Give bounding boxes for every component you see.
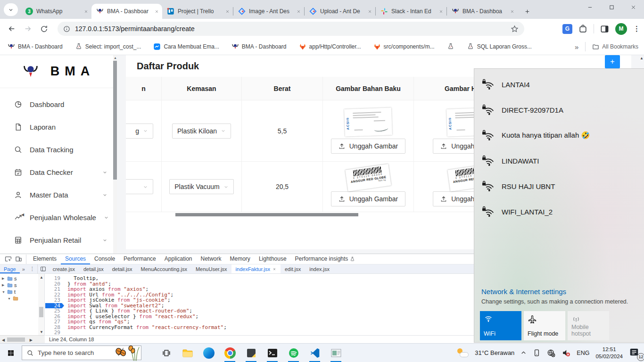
file-tab-edit.jsx[interactable]: edit.jsx xyxy=(281,264,305,273)
devtools-tab-lighthouse[interactable]: Lighthouse xyxy=(255,254,291,264)
line-number[interactable]: 23 xyxy=(45,297,64,303)
unggah-gambar-button[interactable]: Unggah Gambar xyxy=(331,191,406,206)
taskbar-search-input[interactable]: Type here to search xyxy=(22,346,141,360)
taskbar-app-cmd[interactable] xyxy=(262,344,283,362)
notification-center-button[interactable]: 12 xyxy=(629,347,641,359)
file-tab-create.jsx[interactable]: create.jsx xyxy=(49,264,79,273)
line-number[interactable]: 29 xyxy=(45,330,64,335)
bookmark-item[interactable]: Cara Membuat Ema... xyxy=(153,43,219,50)
new-tab-button[interactable] xyxy=(520,5,534,18)
volume-muted-icon[interactable] xyxy=(561,348,570,357)
language-indicator[interactable]: ENG xyxy=(577,350,589,356)
unggah-gambar-button[interactable]: Unggah Gambar xyxy=(331,139,406,154)
wifi-network-item[interactable]: LANTAI4 xyxy=(474,72,644,97)
devtools-tab-performance-insights[interactable]: Performance insights xyxy=(291,254,360,264)
sidebar-item-data-checker[interactable]: Data Checker xyxy=(0,161,117,183)
url-text[interactable]: 127.0.0.1:5173/permintaanbarang/create xyxy=(75,25,506,33)
weather-icon[interactable] xyxy=(457,348,469,357)
phone-link-icon[interactable] xyxy=(533,349,541,357)
menu-kebab-icon[interactable]: ⋮ xyxy=(633,25,640,33)
tree-collapsed-icon[interactable]: ▶ xyxy=(2,283,6,287)
line-number[interactable]: 21 xyxy=(45,287,64,292)
quick-action-flight-mode[interactable]: Flight mode xyxy=(524,311,565,340)
tab-close-icon[interactable] xyxy=(155,9,159,14)
line-number-highlighted[interactable]: 24 xyxy=(45,303,64,309)
taskbar-app-spotify[interactable] xyxy=(283,344,304,362)
clock[interactable]: 12:5105/02/2024 xyxy=(595,346,623,360)
clipboard-icon[interactable] xyxy=(578,25,587,33)
restore-button[interactable] xyxy=(601,0,622,14)
scroll-down-icon[interactable]: ▼ xyxy=(40,330,43,334)
file-tab-index.jsx[interactable]: index.jsx xyxy=(305,264,334,273)
tab-close-icon[interactable] xyxy=(297,9,301,14)
browser-tab[interactable]: Upload - Ant De xyxy=(305,4,375,19)
translate-icon[interactable]: G xyxy=(562,24,572,34)
bookmark-item[interactable]: app/Http/Controller... xyxy=(299,43,361,50)
quick-action-wifi[interactable]: WiFi xyxy=(480,311,521,340)
more-bookmarks-icon[interactable]: » xyxy=(575,43,578,51)
address-bar[interactable]: 127.0.0.1:5173/permintaanbarang/create xyxy=(58,22,524,36)
taskbar-app-vscode[interactable] xyxy=(304,344,325,362)
file-tab-close-icon[interactable] xyxy=(272,267,276,271)
wifi-network-item[interactable]: DIRECT-92097D1A xyxy=(474,97,644,123)
forward-button[interactable] xyxy=(20,21,36,37)
tree-collapsed-icon[interactable]: ▶ xyxy=(2,277,6,280)
tab-close-icon[interactable] xyxy=(84,9,88,14)
kemasan-select[interactable]: Plastik Vacuum xyxy=(169,179,233,194)
close-window-button[interactable] xyxy=(622,0,644,14)
navigator-tree-item[interactable]: ▼t xyxy=(0,288,44,295)
sidebar-item-dashboard[interactable]: Dashboard xyxy=(0,93,117,115)
tree-expanded-icon[interactable]: ▼ xyxy=(2,290,6,294)
browser-tab[interactable]: Slack - Intan Ed xyxy=(376,4,446,19)
minimize-button[interactable] xyxy=(579,0,601,14)
bookmark-star-icon[interactable] xyxy=(511,25,519,33)
file-tab-detail.jsx[interactable]: detail.jsx xyxy=(108,264,137,273)
navigator-vscroll-thumb[interactable] xyxy=(39,307,43,317)
all-bookmarks-button[interactable]: All Bookmarks xyxy=(592,43,638,50)
browser-tab[interactable]: Project | Trello xyxy=(162,4,233,19)
browser-tab[interactable]: 3WhatsApp xyxy=(21,4,91,19)
device-toolbar-icon[interactable] xyxy=(13,255,24,264)
wifi-network-item[interactable]: WIFI_LANTAI_2 xyxy=(474,199,644,224)
browser-tab[interactable]: BMA - Dashboa xyxy=(447,4,518,19)
taskbar-app-notes[interactable] xyxy=(240,344,262,362)
page-scrollbar[interactable]: ▲ xyxy=(639,56,644,68)
sidebar-scrollbar[interactable]: ▲ xyxy=(113,55,117,254)
devtools-tab-console[interactable]: Console xyxy=(90,254,119,264)
sidebar-item-data-tracking[interactable]: Data Tracking xyxy=(0,138,117,161)
quick-action-mobile-hotspot[interactable]: Mobile hotspot xyxy=(568,311,609,340)
file-tab-MenuAccounting.jsx[interactable]: MenuAccounting.jsx xyxy=(137,264,191,273)
taskbar-app-edge[interactable] xyxy=(198,344,219,362)
network-globe-icon[interactable] xyxy=(547,349,555,357)
bookmark-item[interactable]: src/components/m... xyxy=(373,43,435,50)
devtools-tab-sources[interactable]: Sources xyxy=(61,254,90,264)
scroll-right-icon[interactable]: ▶ xyxy=(30,338,33,342)
navigator-hscrollbar[interactable]: ◀ ▶ xyxy=(0,335,45,343)
tab-close-icon[interactable] xyxy=(439,9,443,14)
bookmark-item[interactable]: BMA - Dashboard xyxy=(8,43,63,50)
tab-close-icon[interactable] xyxy=(510,9,514,14)
back-button[interactable] xyxy=(4,21,20,37)
network-settings-link[interactable]: Network & Internet settings xyxy=(481,288,628,296)
scroll-up-icon[interactable]: ▲ xyxy=(40,275,43,280)
inspect-element-icon[interactable] xyxy=(3,255,13,264)
navigator-kebab-icon[interactable]: ⋮ xyxy=(27,264,37,273)
sidebar-item-penjualan-wholesale[interactable]: Penjualan Wholesale xyxy=(0,206,117,229)
sidebar-scrollbar-thumb[interactable] xyxy=(113,61,117,180)
profile-avatar[interactable]: M xyxy=(615,23,627,35)
devtools-tab-performance[interactable]: Performance xyxy=(119,254,160,264)
info-icon[interactable] xyxy=(63,25,70,33)
line-number[interactable]: 19 xyxy=(45,276,64,281)
navigator-vscrollbar[interactable]: ▲ ▼ xyxy=(38,274,44,336)
bookmark-item[interactable]: SQL Laporan Gross... xyxy=(467,43,532,50)
navigator-tree-item[interactable]: ▼ xyxy=(0,295,44,302)
taskbar-app-explorer[interactable] xyxy=(177,344,198,362)
tab-search-button[interactable] xyxy=(4,3,18,16)
file-tab-detail.jsx[interactable]: detail.jsx xyxy=(79,264,108,273)
sidebar-item-master-data[interactable]: Master Data xyxy=(0,183,117,206)
navigator-hscroll-thumb[interactable] xyxy=(7,337,25,342)
kemasan-select[interactable]: Plastik Kiloan xyxy=(172,123,231,139)
table-scroll-left-icon[interactable]: ◀ xyxy=(21,213,24,217)
navigator-tree-item[interactable]: ▶s xyxy=(0,282,44,288)
devtools-tab-memory[interactable]: Memory xyxy=(226,254,255,264)
